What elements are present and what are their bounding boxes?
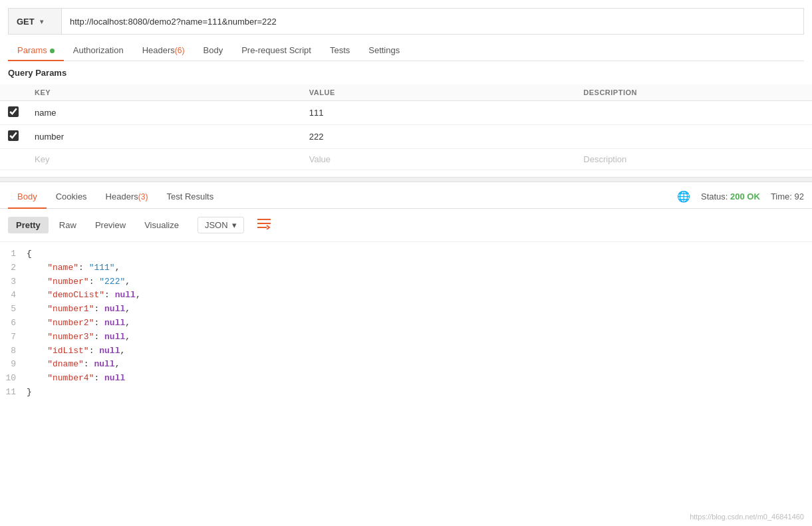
line-content: "number4": null	[27, 372, 812, 386]
code-line: 3 "number": "222",	[0, 275, 812, 289]
table-row: number 222	[0, 125, 812, 149]
url-bar: GET ▾	[8, 8, 804, 35]
line-content: "number1": null,	[27, 303, 812, 317]
row-value: 111	[301, 101, 576, 125]
params-dot	[50, 49, 55, 53]
code-line: 6 "number2": null,	[0, 317, 812, 330]
line-number: 6	[0, 317, 27, 330]
code-body: 1{2 "name": "111",3 "number": "222",4 "d…	[0, 242, 812, 405]
query-params-title: Query Params	[0, 61, 812, 84]
line-content: "demoCList": null,	[27, 289, 812, 303]
col-description: DESCRIPTION	[575, 84, 812, 101]
line-content: {	[27, 247, 812, 261]
view-visualize[interactable]: Visualize	[136, 217, 187, 233]
line-number: 5	[0, 303, 27, 317]
code-line: 5 "number1": null,	[0, 303, 812, 317]
method-chevron: ▾	[40, 18, 43, 25]
table-row: name 111	[0, 101, 812, 125]
method-selector[interactable]: GET ▾	[9, 9, 62, 34]
code-line: 11}	[0, 386, 812, 400]
code-line: 2 "name": "111",	[0, 261, 812, 275]
placeholder-value: Value	[301, 149, 576, 170]
request-tabs: Params Authorization Headers(6) Body Pre…	[8, 35, 804, 61]
response-headers-badge: (3)	[138, 192, 148, 201]
body-controls: Pretty Raw Preview Visualize JSON ▾	[0, 209, 812, 242]
status-label: Status: 200 OK	[701, 192, 760, 201]
time-value: 92	[795, 192, 804, 201]
wrap-button[interactable]	[252, 214, 276, 236]
line-content: }	[27, 386, 812, 400]
code-line: 9 "dname": null,	[0, 358, 812, 372]
view-preview[interactable]: Preview	[87, 217, 134, 233]
line-number: 11	[0, 386, 27, 400]
tab-prerequest[interactable]: Pre-request Script	[232, 40, 321, 61]
row-description	[575, 101, 812, 125]
line-number: 4	[0, 289, 27, 303]
line-content: "name": "111",	[27, 261, 812, 275]
status-value: 200 OK	[730, 192, 760, 201]
row-description	[575, 125, 812, 149]
tab-headers[interactable]: Headers(6)	[133, 40, 194, 61]
response-tab-cookies[interactable]: Cookies	[47, 185, 96, 208]
code-line: 8 "idList": null,	[0, 344, 812, 358]
col-key: KEY	[27, 84, 301, 101]
view-pretty[interactable]: Pretty	[8, 217, 49, 233]
line-content: "number2": null,	[27, 317, 812, 330]
format-chevron: ▾	[232, 220, 237, 230]
response-tab-test-results[interactable]: Test Results	[157, 185, 223, 208]
line-content: "dname": null,	[27, 358, 812, 372]
response-tabs: Body Cookies Headers(3) Test Results 🌐 S…	[0, 185, 812, 209]
line-number: 10	[0, 372, 27, 386]
row-checkbox[interactable]	[8, 106, 19, 117]
format-label: JSON	[205, 220, 228, 230]
line-number: 1	[0, 247, 27, 261]
tab-authorization[interactable]: Authorization	[64, 40, 133, 61]
method-label: GET	[17, 17, 35, 27]
row-key: number	[27, 125, 301, 149]
line-content: "number": "222",	[27, 275, 812, 289]
section-divider	[0, 177, 812, 182]
col-value: VALUE	[301, 84, 576, 101]
code-line: 1{	[0, 247, 812, 261]
line-content: "number3": null,	[27, 330, 812, 344]
code-line: 7 "number3": null,	[0, 330, 812, 344]
line-number: 7	[0, 330, 27, 344]
response-status: 🌐 Status: 200 OK Time: 92	[677, 190, 804, 203]
line-number: 2	[0, 261, 27, 275]
col-checkbox	[0, 84, 27, 101]
response-tab-headers[interactable]: Headers(3)	[96, 185, 158, 208]
code-line: 4 "demoCList": null,	[0, 289, 812, 303]
line-number: 9	[0, 358, 27, 372]
row-checkbox[interactable]	[8, 130, 19, 141]
line-number: 3	[0, 275, 27, 289]
tab-params[interactable]: Params	[8, 40, 64, 61]
time-label: Time: 92	[771, 192, 804, 201]
globe-icon: 🌐	[677, 190, 690, 203]
placeholder-description: Description	[575, 149, 812, 170]
tab-body[interactable]: Body	[194, 40, 233, 61]
url-input[interactable]	[62, 9, 803, 34]
row-value: 222	[301, 125, 576, 149]
view-raw[interactable]: Raw	[51, 217, 84, 233]
code-line: 10 "number4": null	[0, 372, 812, 386]
tab-settings[interactable]: Settings	[359, 40, 409, 61]
response-tab-body[interactable]: Body	[8, 185, 47, 208]
tab-tests[interactable]: Tests	[321, 40, 359, 61]
params-table: KEY VALUE DESCRIPTION name 111 number 22…	[0, 84, 812, 170]
table-row-placeholder: Key Value Description	[0, 149, 812, 170]
placeholder-key: Key	[27, 149, 301, 170]
row-key: name	[27, 101, 301, 125]
line-number: 8	[0, 344, 27, 358]
line-content: "idList": null,	[27, 344, 812, 358]
response-section: Body Cookies Headers(3) Test Results 🌐 S…	[0, 182, 812, 405]
format-selector[interactable]: JSON ▾	[198, 217, 244, 233]
headers-badge: (6)	[175, 46, 185, 55]
